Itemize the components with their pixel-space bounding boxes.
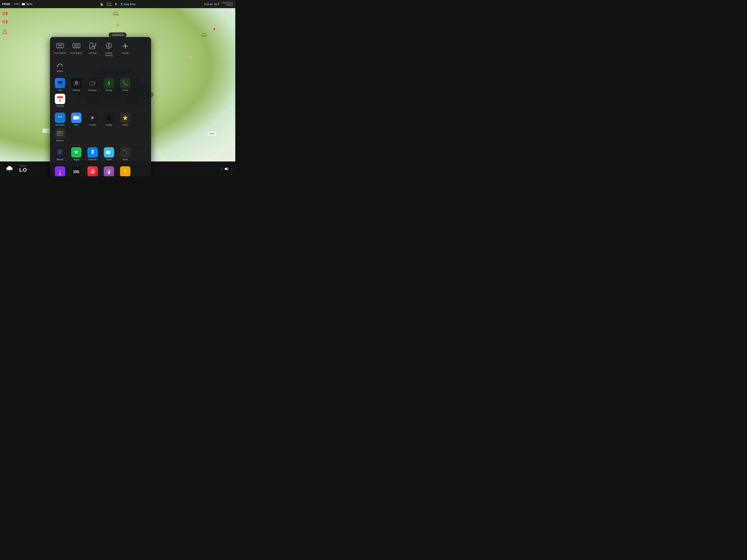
energy-label: Energy (106, 89, 112, 91)
divider-3 (53, 145, 148, 145)
manual-display: Manual LO (19, 165, 27, 173)
temperature-display: 81°F (214, 3, 220, 5)
front-defrost-label: Front Defrost (54, 52, 66, 54)
app-rear-defrost[interactable]: Rear Defrost (69, 41, 83, 57)
time-display: 9:15 am (204, 3, 213, 5)
easy-entry[interactable]: 👤 Easy Entry (120, 3, 135, 5)
app-browser[interactable]: Browser (53, 128, 67, 142)
svg-rect-65 (57, 135, 62, 135)
music-grid-1: Manual Spotify (53, 147, 148, 161)
messages-label: Messages (55, 124, 65, 126)
lock-icon: 🔓 (115, 22, 120, 26)
app-zoom[interactable]: Zoom (69, 113, 83, 126)
app-messages[interactable]: Messages (53, 113, 67, 126)
bottom-next-button[interactable]: › (231, 167, 232, 171)
app-front-defrost[interactable]: Front Defrost (53, 41, 67, 57)
svg-point-78 (127, 153, 127, 153)
app-apple-podcasts[interactable]: Apple Podcasts (102, 166, 116, 177)
nav-grid: 🗺 Nav Camera (53, 78, 148, 107)
camera-label: Camera (73, 89, 80, 91)
svg-point-34 (57, 66, 58, 67)
svg-rect-53 (59, 116, 60, 117)
manual-mode-label: Manual (20, 165, 26, 167)
frunk-status[interactable]: Open Frunk (106, 2, 112, 6)
radio-label: Radio (123, 158, 128, 161)
app-apple-music[interactable]: Apple Music (85, 166, 100, 177)
svg-rect-10 (2, 20, 6, 21)
app-phone[interactable]: 📞 Phone (118, 78, 132, 91)
climate-section: Front Defrost Rear Defrost (53, 41, 148, 73)
svg-rect-62 (58, 132, 61, 132)
nav-prev-button[interactable]: ‹ (18, 167, 19, 171)
app-energy[interactable]: Energy (102, 78, 116, 91)
svg-point-40 (78, 82, 79, 83)
svg-rect-69 (58, 153, 61, 153)
svg-point-33 (125, 45, 126, 47)
app-nav[interactable]: 🗺 Nav (53, 78, 67, 91)
svg-rect-54 (61, 116, 62, 117)
theater-label: Theater (89, 124, 96, 126)
bluetooth-label: Bluetooth (88, 158, 97, 161)
arcade-label: Arcade (106, 124, 112, 126)
svg-rect-27 (90, 43, 93, 47)
car-home-button[interactable] (3, 165, 16, 172)
app-camera[interactable]: Camera (69, 78, 83, 91)
app-manual[interactable]: Manual (53, 147, 67, 161)
svg-marker-59 (123, 115, 128, 121)
svg-point-30 (108, 45, 110, 47)
app-theater[interactable]: Theater (85, 113, 100, 126)
phone-label: Phone (122, 89, 128, 91)
app-bluetooth[interactable]: Bluetooth (85, 147, 100, 161)
app-audible[interactable]: A Audible (118, 166, 132, 177)
climate-grid: Front Defrost Rear Defrost (53, 41, 148, 73)
app-tunein[interactable]: T 1 TuneIn (102, 147, 116, 161)
trunk-map-label: Open Trunk (201, 32, 207, 37)
svg-rect-79 (123, 150, 127, 151)
sidebar-icon-1[interactable] (1, 10, 8, 17)
svg-text:5: 5 (59, 99, 61, 102)
app-wipers[interactable]: Wipers (53, 59, 67, 73)
app-launcher: Front Defrost Rear Defrost (50, 37, 151, 176)
svg-rect-89 (108, 173, 109, 174)
svg-rect-9 (6, 12, 7, 15)
nav-section: 🗺 Nav Camera (53, 78, 148, 107)
music-section-1: Manual Spotify (53, 147, 148, 161)
app-heated-steering[interactable]: Heated Steering (102, 41, 116, 57)
climate-label: Climate (122, 52, 129, 54)
left-seat-label: Left Seat (88, 52, 97, 54)
work-destination-label: Work (208, 132, 216, 136)
status-bar: PRND · CHILL 63% 🔒 Open Frunk ⬇ 👤 Easy E… (0, 0, 235, 8)
entertainment-section: Messages Zoom (53, 113, 148, 142)
app-calendar[interactable]: 5 Calendar (53, 94, 67, 107)
entertainment-grid: Messages Zoom (53, 113, 148, 142)
sidebar-icon-2[interactable] (1, 19, 8, 25)
prnd-display: PRND (2, 3, 10, 5)
nav-next-button[interactable]: › (28, 167, 29, 171)
svg-rect-48 (57, 98, 63, 98)
alert-icon[interactable]: ! (1, 28, 8, 35)
customize-button[interactable]: Customize (108, 32, 127, 37)
svg-text:A: A (124, 170, 126, 173)
app-left-seat[interactable]: Left Seat (85, 41, 100, 57)
app-toybox[interactable]: Toybox (118, 113, 132, 126)
svg-point-85 (91, 172, 93, 174)
rear-defrost-label: Rear Defrost (71, 52, 82, 54)
manual-mode-value: LO (19, 167, 27, 173)
svg-rect-68 (58, 152, 62, 152)
wipers-label: Wipers (57, 70, 63, 73)
volume-control[interactable] (225, 167, 229, 171)
app-spotify[interactable]: Spotify (69, 147, 83, 161)
svg-rect-8 (2, 15, 6, 15)
app-radio[interactable]: Radio (118, 147, 132, 161)
drive-mode: CHILL (14, 3, 20, 5)
svg-rect-39 (75, 81, 77, 82)
app-arcade[interactable]: 🕹 Arcade (102, 113, 116, 126)
app-climate[interactable]: Climate (118, 41, 132, 57)
app-caraoke[interactable]: Caraoke (53, 166, 67, 177)
svg-rect-6 (2, 12, 6, 13)
left-sidebar: ! (0, 8, 10, 37)
battery-percent: 63% (28, 3, 32, 5)
bottom-prev-button[interactable]: ‹ (221, 167, 222, 171)
app-tidal[interactable]: TIDAL (69, 166, 83, 177)
app-dashcam[interactable]: Dashcam (85, 78, 100, 91)
